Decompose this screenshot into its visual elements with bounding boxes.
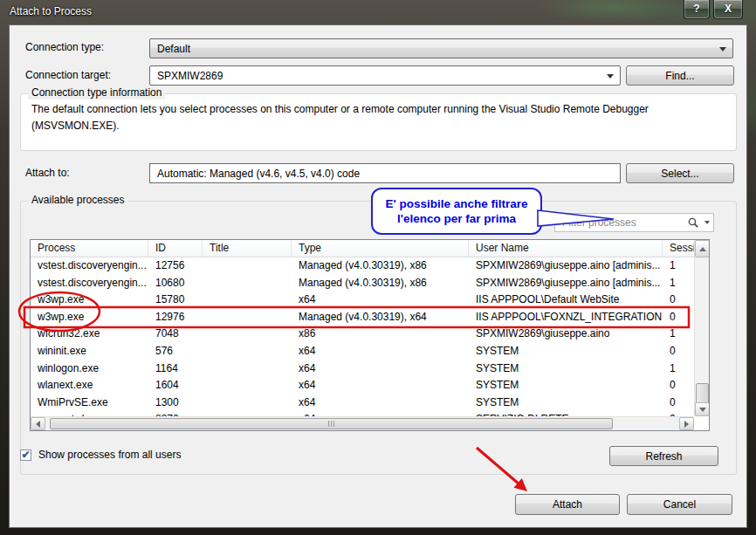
cell-type: x86 (292, 326, 469, 343)
scroll-up-button[interactable] (695, 240, 710, 257)
cell-process: vstest.discoveryengin... (31, 275, 148, 292)
cell-id: 1300 (148, 394, 203, 412)
cell-id: 576 (148, 343, 203, 360)
cell-id: 15780 (148, 292, 203, 309)
scroll-left-button[interactable] (31, 417, 45, 430)
refresh-button[interactable]: Refresh (609, 446, 718, 466)
table-row[interactable]: wininit.exe576x64SYSTEM0 (31, 343, 694, 360)
close-button[interactable]: X (713, 0, 743, 19)
cell-user: SYSTEM (469, 360, 663, 378)
process-list[interactable]: Process ID Title Type User Name Session … (30, 239, 710, 431)
column-header-type[interactable]: Type (292, 240, 469, 257)
connection-type-combobox[interactable]: Default (149, 38, 733, 58)
select-button[interactable]: Select... (626, 163, 734, 183)
window-title: Attach to Process (10, 0, 92, 23)
cell-user: IIS APPPOOL\Default WebSite (469, 292, 663, 309)
cell-session: 0 (663, 292, 694, 309)
attach-to-field[interactable]: Automatic: Managed (v4.6, v4.5, v4.0) co… (149, 163, 621, 183)
cell-title (203, 309, 292, 326)
table-row[interactable]: winlogon.exe1164x64SYSTEM1 (31, 360, 694, 378)
table-row[interactable]: vstest.discoveryengin...12756Managed (v4… (31, 257, 694, 275)
select-button-label: Select... (661, 168, 698, 180)
process-list-header: Process ID Title Type User Name Session (31, 240, 694, 257)
cell-process: w3wp.exe (31, 309, 148, 326)
arrow-right-icon (684, 421, 689, 428)
column-header-user[interactable]: User Name (469, 240, 663, 257)
column-header-process[interactable]: Process (31, 240, 148, 257)
table-row[interactable]: vstest.discoveryengin...10680Managed (v4… (31, 275, 694, 292)
cell-title (203, 257, 292, 275)
cancel-button[interactable]: Cancel (627, 494, 732, 515)
desktop-background: Attach to Process ? X Connection type: D… (0, 0, 756, 535)
cell-session: 1 (663, 275, 694, 292)
cell-session: 1 (663, 360, 694, 378)
cell-title (203, 343, 292, 360)
filter-processes-box[interactable] (554, 213, 714, 232)
table-row[interactable]: wlanext.exe1604x64SYSTEM0 (31, 377, 694, 394)
cell-type: x64 (292, 394, 469, 412)
cell-type: x64 (292, 377, 469, 394)
close-icon: X (725, 3, 732, 15)
connection-target-combobox[interactable]: SPXMIW2869 (149, 65, 621, 86)
vertical-scrollbar[interactable] (694, 240, 709, 416)
cell-user: SPXMIW2869\giuseppe.aino (469, 326, 663, 343)
cell-title (203, 377, 292, 394)
attach-button[interactable]: Attach (515, 494, 620, 515)
cell-session: 1 (663, 326, 694, 343)
scroll-right-button[interactable] (679, 417, 694, 430)
search-icon[interactable] (687, 216, 699, 229)
cell-user: SPXMIW2869\giuseppe.aino [adminis... (469, 275, 663, 292)
cell-title (203, 326, 292, 343)
cell-title (203, 360, 292, 378)
chevron-down-icon (719, 47, 726, 51)
cell-session: 0 (663, 394, 694, 412)
cell-session: 0 (663, 377, 694, 394)
cell-process: wininit.exe (31, 343, 148, 360)
show-all-users-checkbox[interactable]: ✔ (20, 449, 31, 461)
titlebar[interactable]: Attach to Process ? X (0, 0, 756, 24)
cell-process: vstest.discoveryengin... (31, 257, 148, 275)
cell-id: 12976 (148, 309, 203, 326)
column-header-session[interactable]: Session (663, 240, 694, 257)
filter-processes-input[interactable] (555, 216, 687, 229)
column-header-id[interactable]: ID (148, 240, 203, 257)
arrow-up-icon (699, 247, 706, 251)
cell-id: 7048 (148, 326, 203, 343)
callout-line-1: E' possibile anche filtrare (385, 196, 527, 211)
horizontal-scrollbar[interactable] (31, 416, 694, 430)
info-line-1: The default connection lets you select p… (31, 101, 725, 118)
vertical-scrollbar-thumb[interactable] (696, 383, 709, 404)
attach-button-label: Attach (553, 498, 582, 511)
horizontal-scrollbar-thumb[interactable] (50, 418, 613, 429)
table-row[interactable]: WmiPrvSE.exe1300x64SYSTEM0 (31, 394, 694, 412)
attach-to-value: Automatic: Managed (v4.6, v4.5, v4.0) co… (157, 168, 360, 180)
cell-process: winlogon.exe (31, 360, 148, 378)
cell-process: WmiPrvSE.exe (31, 394, 148, 412)
cell-type: x64 (292, 343, 469, 360)
cell-user: SYSTEM (469, 377, 663, 394)
cell-process: w3wp.exe (31, 292, 148, 309)
cell-user: SYSTEM (469, 394, 663, 412)
help-button[interactable]: ? (684, 0, 710, 19)
annotation-callout: E' possibile anche filtrare l'elenco per… (371, 188, 542, 235)
cell-id: 1164 (148, 360, 203, 378)
cell-id: 12756 (148, 257, 203, 275)
table-row[interactable]: w3wp.exe12976Managed (v4.0.30319), x64II… (31, 309, 694, 326)
filter-dropdown-icon[interactable] (701, 221, 713, 224)
grip-icon (328, 421, 334, 427)
cell-type: Managed (v4.0.30319), x86 (292, 275, 469, 292)
process-rows: vstest.discoveryengin...12756Managed (v4… (31, 257, 694, 416)
column-header-title[interactable]: Title (203, 240, 292, 257)
connection-type-value: Default (157, 43, 190, 55)
refresh-button-label: Refresh (645, 450, 682, 463)
cell-id: 1604 (148, 377, 203, 394)
cell-process: wlanext.exe (31, 377, 148, 394)
cell-type: x64 (292, 292, 469, 309)
table-row[interactable]: wfcrun32.exe7048x86SPXMIW2869\giuseppe.a… (31, 326, 694, 343)
table-row[interactable]: w3wp.exe15780x64IIS APPPOOL\Default WebS… (31, 292, 694, 309)
connection-target-label: Connection target: (25, 65, 111, 86)
cell-process: wfcrun32.exe (31, 326, 148, 343)
help-icon: ? (693, 3, 699, 15)
find-button[interactable]: Find... (626, 65, 734, 86)
scroll-down-button[interactable] (695, 402, 710, 416)
